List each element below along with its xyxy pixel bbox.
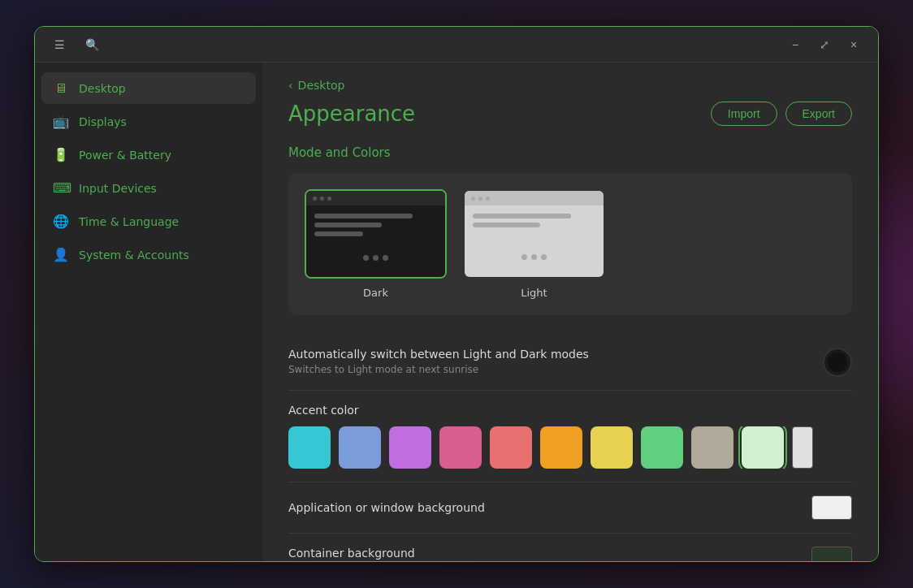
maximize-button[interactable]: ⤢ — [813, 33, 836, 56]
minimize-button[interactable]: − — [784, 33, 807, 56]
page-header: Appearance Import Export — [288, 102, 852, 126]
power-battery-icon: 🔋 — [53, 147, 69, 162]
system-accounts-icon: 👤 — [53, 247, 69, 262]
accent-swatch-pink[interactable] — [439, 426, 482, 469]
desktop-icon: 🖥 — [53, 80, 69, 96]
page-title: Appearance — [288, 102, 415, 126]
sidebar-item-power-battery[interactable]: 🔋Power & Battery — [41, 139, 256, 171]
sidebar-item-time-language[interactable]: 🌐Time & Language — [41, 205, 256, 237]
menu-icon[interactable]: ☰ — [48, 33, 71, 56]
accent-swatch-purple[interactable] — [389, 426, 431, 469]
content-area: 🖥Desktop📺Displays🔋Power & Battery⌨Input … — [35, 63, 878, 561]
app-bg-label: Application or window background — [288, 501, 485, 514]
time-language-icon: 🌐 — [53, 214, 69, 229]
accent-swatch-custom[interactable] — [742, 426, 784, 469]
mode-card-dark[interactable]: Dark — [305, 189, 447, 299]
app-bg-row: Application or window background — [288, 482, 852, 534]
container-bg-row: Container background Primary container c… — [288, 534, 852, 561]
search-icon[interactable]: 🔍 — [80, 33, 103, 56]
sidebar: 🖥Desktop📺Displays🔋Power & Battery⌨Input … — [35, 63, 262, 561]
titlebar-left: ☰ 🔍 — [48, 33, 103, 56]
titlebar-right: − ⤢ × — [784, 33, 865, 56]
accent-swatch-green[interactable] — [641, 426, 683, 469]
accent-swatch-blue[interactable] — [339, 426, 381, 469]
settings-window: ☰ 🔍 − ⤢ × 🖥Desktop📺Displays🔋Power & Batt… — [34, 26, 879, 562]
breadcrumb[interactable]: ‹ Desktop — [288, 79, 852, 92]
sidebar-label-system-accounts: System & Accounts — [79, 249, 189, 262]
input-devices-icon: ⌨ — [53, 180, 69, 196]
breadcrumb-text: Desktop — [298, 79, 345, 92]
accent-swatch-yellow[interactable] — [591, 426, 633, 469]
header-actions: Import Export — [711, 102, 852, 126]
displays-icon: 📺 — [53, 114, 69, 129]
close-button[interactable]: × — [842, 33, 865, 56]
mode-cards: Dark — [288, 173, 852, 315]
sidebar-label-power-battery: Power & Battery — [79, 149, 171, 162]
container-bg-title: Container background — [288, 547, 756, 560]
mode-card-light[interactable]: Light — [463, 189, 605, 299]
accent-colors — [288, 426, 852, 469]
sidebar-label-desktop: Desktop — [79, 82, 126, 95]
section-mode-colors: Mode and Colors — [288, 145, 852, 160]
titlebar: ☰ 🔍 − ⤢ × — [35, 27, 878, 63]
auto-switch-subtitle: Switches to Light mode at next sunrise — [288, 364, 823, 375]
sidebar-label-displays: Displays — [79, 115, 127, 128]
sidebar-item-desktop[interactable]: 🖥Desktop — [41, 72, 256, 104]
import-button[interactable]: Import — [711, 102, 777, 126]
mode-preview-light[interactable] — [463, 189, 605, 279]
auto-switch-text: Automatically switch between Light and D… — [288, 348, 823, 375]
sidebar-item-input-devices[interactable]: ⌨Input Devices — [41, 172, 256, 204]
sidebar-item-displays[interactable]: 📺Displays — [41, 106, 256, 137]
container-bg-swatch[interactable] — [811, 547, 852, 561]
sidebar-item-system-accounts[interactable]: 👤System & Accounts — [41, 239, 256, 270]
auto-switch-toggle[interactable] — [823, 348, 852, 377]
export-button[interactable]: Export — [785, 102, 852, 126]
accent-section: Accent color — [288, 391, 852, 482]
accent-swatch-gray[interactable] — [691, 426, 733, 469]
mode-dark-label: Dark — [363, 287, 388, 299]
main-panel: ‹ Desktop Appearance Import Export Mode … — [262, 63, 878, 561]
app-bg-swatch[interactable] — [811, 495, 852, 520]
accent-swatch-cyan[interactable] — [288, 426, 331, 469]
sidebar-label-input-devices: Input Devices — [79, 182, 157, 195]
accent-swatch-orange[interactable] — [540, 426, 582, 469]
mode-preview-dark[interactable] — [305, 189, 447, 279]
breadcrumb-arrow: ‹ — [288, 79, 293, 92]
sidebar-label-time-language: Time & Language — [79, 215, 179, 228]
accent-swatch-partial[interactable] — [792, 426, 813, 469]
mode-light-label: Light — [521, 287, 547, 299]
accent-swatch-coral[interactable] — [490, 426, 532, 469]
auto-switch-row: Automatically switch between Light and D… — [288, 335, 852, 391]
auto-switch-title: Automatically switch between Light and D… — [288, 348, 823, 361]
accent-color-label: Accent color — [288, 404, 852, 417]
